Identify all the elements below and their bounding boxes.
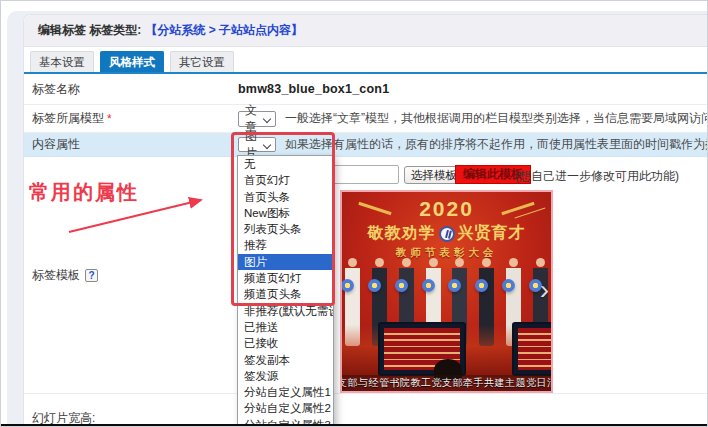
row-content-attribute: 内容属性 图片 如果选择有属性的话，原有的排序将不起作用，而使用属性表里面的时间…	[24, 133, 708, 157]
model-hint: 一般选择“文章”模型，其他根据调用的栏目模型类别选择，当信息需要局域网访问时必选	[285, 110, 708, 127]
dropdown-option[interactable]: 已接收	[238, 335, 333, 351]
annotation-text: 常用的属性	[29, 179, 139, 206]
chevron-down-icon	[263, 114, 271, 122]
panel-header: 编辑标签 标签类型: 【分站系统 > 子站站点内容】	[24, 15, 708, 47]
school-logo-icon	[439, 226, 455, 242]
preview-banner-left: 敬教劝学	[368, 223, 436, 244]
dropdown-option[interactable]: 频道页幻灯	[238, 270, 333, 286]
dropdown-option[interactable]: 签发源	[238, 368, 333, 384]
dropdown-option[interactable]: 图片	[238, 254, 333, 270]
template-preview-image: 2020 敬教劝学 兴贤育才 教师节表彰大会	[340, 190, 553, 393]
required-asterisk: *	[107, 112, 112, 126]
attribute-select[interactable]: 图片	[238, 137, 276, 152]
tab-style[interactable]: 风格样式	[100, 51, 164, 72]
chevron-right-icon[interactable]: ›	[540, 276, 549, 304]
preview-caption: 支部与经管书院教工党支部牵手共建主题党日活动	[340, 375, 551, 391]
preview-year: 2020	[342, 197, 551, 221]
screen: 编辑标签 标签类型: 【分站系统 > 子站站点内容】 基本设置 风格样式 其它设…	[0, 0, 708, 427]
page-title: 编辑标签 标签类型:	[38, 22, 141, 39]
breadcrumb: 【分站系统 > 子站站点内容】	[145, 22, 303, 39]
dropdown-option[interactable]: 频道页头条	[238, 286, 333, 302]
tab-basic-settings[interactable]: 基本设置	[30, 51, 94, 72]
dropdown-option[interactable]: New图标	[238, 205, 333, 221]
model-select[interactable]: 文章	[238, 111, 276, 127]
preview-banner-right: 兴贤育才	[458, 223, 526, 244]
chevron-down-icon	[263, 141, 271, 149]
help-question-icon[interactable]: ?	[85, 269, 98, 282]
dropdown-option[interactable]: 首页头条	[238, 189, 333, 205]
screenshot-bottom-edge	[1, 424, 707, 426]
dropdown-option[interactable]: 推荐	[238, 237, 333, 253]
tag-name-value: bmw83_blue_box1_con1	[238, 82, 389, 96]
dropdown-option[interactable]: 分站自定义属性2	[238, 400, 333, 416]
attribute-hint: 如果选择有属性的话，原有的排序将不起作用，而使用属性表里面的时间戳作为排序条件	[285, 136, 708, 153]
dropdown-option[interactable]: 已推送	[238, 319, 333, 335]
stage-screen-right	[512, 322, 553, 376]
tab-bar: 基本设置 风格样式 其它设置	[30, 51, 234, 72]
dropdown-option[interactable]: 非推荐(默认无需设置)	[238, 303, 333, 319]
model-label: 标签所属模型	[32, 110, 104, 127]
tag-name-label: 标签名称	[32, 74, 80, 104]
attribute-dropdown-list: 无首页幻灯首页头条New图标列表页头条推荐图片频道页幻灯频道页头条非推荐(默认无…	[237, 155, 334, 427]
dropdown-option[interactable]: 列表页头条	[238, 221, 333, 237]
dropdown-option[interactable]: 分站自定义属性1	[238, 384, 333, 400]
row-model: 标签所属模型 * 文章 一般选择“文章”模型，其他根据调用的栏目模型类别选择，当…	[24, 105, 708, 133]
dropdown-option[interactable]: 无	[238, 156, 333, 172]
row-slide-size: 幻灯片宽高:	[24, 394, 708, 427]
attribute-label: 内容属性	[32, 133, 80, 156]
edit-tag-panel: 编辑标签 标签类型: 【分站系统 > 子站站点内容】 基本设置 风格样式 其它设…	[23, 14, 708, 427]
tab-other-settings[interactable]: 其它设置	[170, 51, 234, 72]
row-tag-name: 标签名称 bmw83_blue_box1_con1	[24, 74, 708, 105]
template-label: 标签模板	[32, 267, 80, 284]
dropdown-option[interactable]: 首页幻灯	[238, 172, 333, 188]
edit-template-note: (想自己进一步修改可用此功能)	[515, 168, 679, 185]
slide-size-label: 幻灯片宽高:	[32, 394, 95, 427]
dropdown-option[interactable]: 签发副本	[238, 352, 333, 368]
